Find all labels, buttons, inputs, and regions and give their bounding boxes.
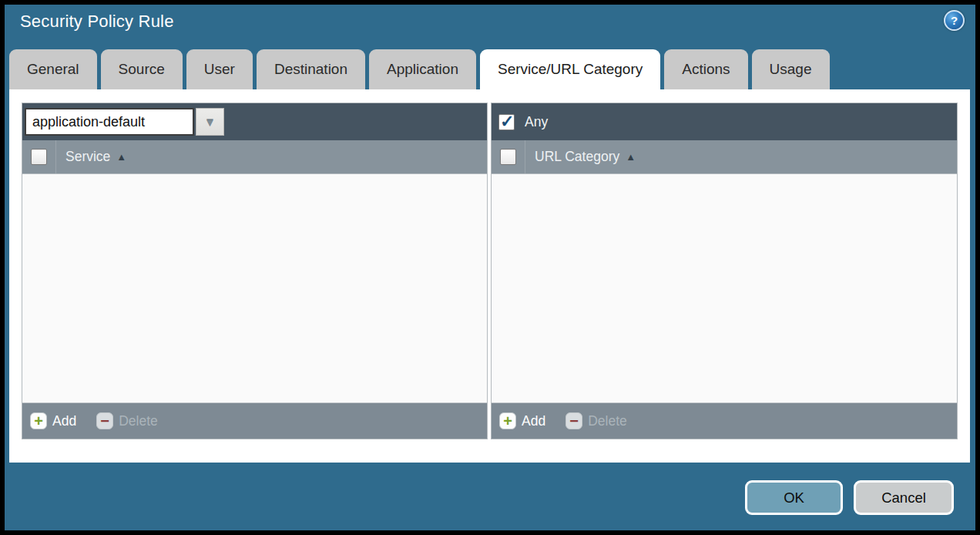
tab-actions[interactable]: Actions xyxy=(664,49,747,89)
service-column-header: ✓ Service ▲ xyxy=(22,140,487,174)
any-checkbox[interactable]: ✓ xyxy=(498,114,515,130)
url-category-select-all-checkbox[interactable]: ✓ xyxy=(500,149,516,165)
tab-destination[interactable]: Destination xyxy=(257,49,365,89)
service-type-dropdown-button[interactable]: ▼ xyxy=(196,108,224,136)
dialog-title: Security Policy Rule xyxy=(20,12,174,32)
tab-application[interactable]: Application xyxy=(369,49,476,89)
check-icon: ✓ xyxy=(500,112,514,132)
service-delete-button[interactable]: − Delete xyxy=(96,412,158,429)
service-column-label[interactable]: Service ▲ xyxy=(56,140,126,173)
url-category-add-button[interactable]: + Add xyxy=(499,412,545,429)
cancel-button[interactable]: Cancel xyxy=(854,480,954,515)
service-select-all-checkbox[interactable]: ✓ xyxy=(31,149,47,165)
chevron-down-icon: ▼ xyxy=(204,116,216,129)
service-toolbar: ▼ xyxy=(22,103,487,140)
tab-service-url-category[interactable]: Service/URL Category xyxy=(480,49,660,89)
ok-button[interactable]: OK xyxy=(745,480,843,515)
security-policy-rule-dialog: Security Policy Rule ? General Source Us… xyxy=(0,0,980,535)
tab-source[interactable]: Source xyxy=(101,49,183,89)
service-footer: + Add − Delete xyxy=(22,402,487,439)
service-panel: ▼ ✓ Service ▲ + Add xyxy=(22,103,488,439)
url-category-select-all-cell: ✓ xyxy=(492,140,525,173)
url-category-table-body xyxy=(492,174,957,402)
service-table-body xyxy=(22,174,487,402)
service-add-button[interactable]: + Add xyxy=(30,412,76,429)
url-category-column-label[interactable]: URL Category ▲ xyxy=(525,140,636,173)
service-type-input[interactable] xyxy=(25,108,194,136)
service-type-combobox: ▼ xyxy=(25,108,224,136)
tab-content-area: ▼ ✓ Service ▲ + Add xyxy=(9,89,970,463)
sort-ascending-icon: ▲ xyxy=(626,151,636,163)
tab-usage[interactable]: Usage xyxy=(752,49,830,89)
minus-icon: − xyxy=(566,412,582,429)
url-category-delete-button[interactable]: − Delete xyxy=(566,412,627,429)
url-category-toolbar: ✓ Any xyxy=(492,103,957,140)
minus-icon: − xyxy=(96,412,113,429)
plus-icon: + xyxy=(499,412,516,429)
tab-user[interactable]: User xyxy=(186,49,253,89)
tab-bar: General Source User Destination Applicat… xyxy=(9,49,830,89)
url-category-footer: + Add − Delete xyxy=(492,402,957,439)
service-select-all-cell: ✓ xyxy=(22,140,56,173)
sort-ascending-icon: ▲ xyxy=(116,151,126,163)
plus-icon: + xyxy=(30,412,47,429)
any-label: Any xyxy=(525,114,548,130)
url-category-panel: ✓ Any ✓ URL Category ▲ + Add xyxy=(491,103,958,439)
url-category-column-header: ✓ URL Category ▲ xyxy=(492,140,957,174)
help-icon[interactable]: ? xyxy=(944,10,965,31)
tab-general[interactable]: General xyxy=(9,49,97,89)
